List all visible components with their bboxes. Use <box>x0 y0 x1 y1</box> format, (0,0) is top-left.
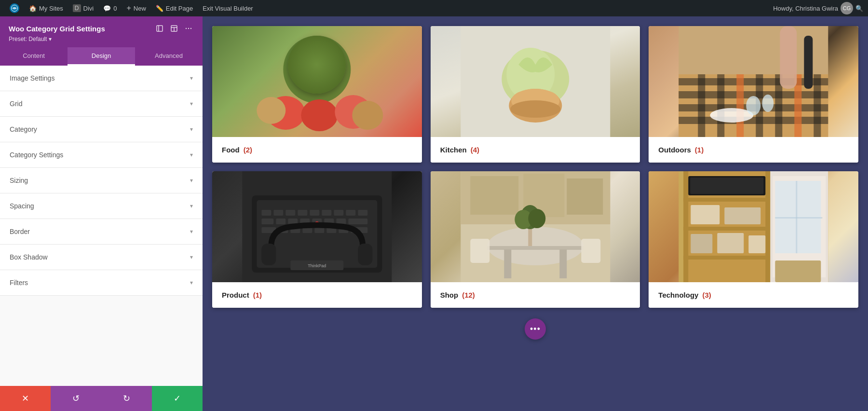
exit-builder-button[interactable]: Exit Visual Builder <box>198 0 258 16</box>
tab-content[interactable]: Content <box>0 47 68 66</box>
search-icon[interactable]: 🔍 <box>855 5 863 12</box>
card-image-shop <box>431 171 640 282</box>
card-product[interactable]: ThinkPad Product (1) <box>212 171 422 308</box>
svg-point-10 <box>290 41 343 94</box>
card-image-technology <box>649 171 858 282</box>
avatar: CG <box>841 2 853 14</box>
sidebar-icon-menu[interactable] <box>183 23 194 34</box>
svg-rect-39 <box>804 36 813 89</box>
accordion-label-category: Category <box>10 125 37 133</box>
svg-rect-100 <box>691 205 720 224</box>
svg-rect-104 <box>749 235 766 253</box>
accordion-label-border: Border <box>10 228 30 235</box>
card-count-food: (2) <box>244 146 252 154</box>
tab-design[interactable]: Design <box>68 47 135 66</box>
sidebar: Woo Category Grid Settings <box>0 16 203 411</box>
card-food[interactable]: Food (2) <box>212 26 422 163</box>
card-count-outdoors: (1) <box>695 146 704 154</box>
svg-rect-49 <box>298 210 307 216</box>
dots-icon: ••• <box>530 324 541 334</box>
accordion-header-grid[interactable]: Grid ▾ <box>0 91 203 116</box>
redo-button[interactable]: ↻ <box>101 386 152 411</box>
edit-page-button[interactable]: ✏️ Edit Page <box>151 0 198 16</box>
main-layout: Woo Category Grid Settings <box>0 16 868 411</box>
svg-rect-32 <box>718 74 725 137</box>
svg-rect-62 <box>348 219 367 224</box>
svg-point-41 <box>746 96 761 115</box>
close-button[interactable]: ✕ <box>0 386 51 411</box>
svg-rect-84 <box>559 249 567 278</box>
svg-rect-46 <box>261 210 271 216</box>
sidebar-icon-square-small[interactable] <box>154 23 165 34</box>
my-sites-button[interactable]: 🏠 My Sites <box>24 0 68 16</box>
chevron-down-icon: ▾ <box>190 228 193 235</box>
chevron-down-icon: ▾ <box>190 177 193 184</box>
chevron-down-icon: ▾ <box>190 279 193 286</box>
chevron-down-icon: ▾ <box>190 254 193 260</box>
plus-icon: + <box>126 4 131 13</box>
accordion-label-spacing: Spacing <box>10 202 34 210</box>
save-button[interactable]: ✓ <box>152 386 203 411</box>
accordion-header-border[interactable]: Border ▾ <box>0 219 203 244</box>
comment-icon: 💬 <box>103 5 111 12</box>
card-shop[interactable]: Shop (12) <box>431 171 640 308</box>
card-technology[interactable]: Technology (3) <box>649 171 858 308</box>
svg-point-9 <box>283 36 351 103</box>
chevron-down-icon: ▾ <box>190 203 193 209</box>
pencil-icon: ✏️ <box>156 5 163 12</box>
comments-button[interactable]: 💬 0 <box>98 0 122 16</box>
svg-rect-99 <box>691 178 764 194</box>
accordion-header-category[interactable]: Category ▾ <box>0 117 203 142</box>
preset-label[interactable]: Preset: Default ▾ <box>9 36 194 42</box>
svg-rect-82 <box>487 246 583 250</box>
svg-rect-80 <box>567 178 603 215</box>
accordion-header-sizing[interactable]: Sizing ▾ <box>0 168 203 193</box>
accordion-label-category-settings: Category Settings <box>10 151 63 159</box>
tab-advanced[interactable]: Advanced <box>135 47 203 66</box>
svg-rect-101 <box>725 207 761 224</box>
svg-point-11 <box>293 48 322 72</box>
wp-icon-button[interactable] <box>5 0 24 16</box>
card-name-shop: Shop <box>440 291 459 299</box>
card-label-kitchen: Kitchen (4) <box>431 137 640 163</box>
sidebar-icon-layout[interactable] <box>169 23 179 34</box>
svg-rect-103 <box>718 233 744 253</box>
accordion-grid: Grid ▾ <box>0 91 203 117</box>
accordion-header-filters[interactable]: Filters ▾ <box>0 270 203 295</box>
admin-bar: 🏠 My Sites D Divi 💬 0 + New ✏️ Edit Page… <box>0 0 868 16</box>
grid-row-1: Food (2) <box>212 26 858 163</box>
sidebar-title-bar: Woo Category Grid Settings <box>9 23 194 34</box>
new-button[interactable]: + New <box>122 0 150 16</box>
card-count-shop: (12) <box>462 291 475 299</box>
card-outdoors[interactable]: Outdoors (1) <box>649 26 858 163</box>
undo-button[interactable]: ↺ <box>51 386 101 411</box>
accordion-header-box-shadow[interactable]: Box Shadow ▾ <box>0 245 203 270</box>
wordpress-icon <box>10 3 19 13</box>
svg-rect-110 <box>775 260 821 282</box>
card-kitchen[interactable]: Kitchen (4) <box>431 26 640 163</box>
accordion-list: Image Settings ▾ Grid ▾ Category ▾ Categ… <box>0 66 203 386</box>
save-icon: ✓ <box>174 393 181 404</box>
card-name-technology: Technology <box>658 291 698 299</box>
accordion-header-category-settings[interactable]: Category Settings ▾ <box>0 142 203 167</box>
svg-rect-1 <box>157 26 163 31</box>
exit-builder-label: Exit Visual Builder <box>203 5 253 12</box>
accordion-header-spacing[interactable]: Spacing ▾ <box>0 193 203 219</box>
svg-rect-56 <box>276 219 285 224</box>
shop-illustration <box>431 171 640 282</box>
edit-page-label: Edit Page <box>166 5 193 12</box>
divi-button[interactable]: D Divi <box>68 0 98 16</box>
svg-point-42 <box>762 95 774 112</box>
svg-point-90 <box>528 209 545 228</box>
card-label-product: Product (1) <box>212 282 422 308</box>
svg-rect-38 <box>780 26 797 89</box>
svg-rect-95 <box>684 198 771 202</box>
dots-menu-button[interactable]: ••• <box>525 318 546 340</box>
card-image-product: ThinkPad <box>212 171 422 282</box>
svg-point-12 <box>313 47 340 68</box>
grid-row-2: ThinkPad Product (1) <box>212 171 858 308</box>
comments-count: 0 <box>113 5 117 12</box>
accordion-header-image-settings[interactable]: Image Settings ▾ <box>0 66 203 91</box>
accordion-label-grid: Grid <box>10 100 22 108</box>
accordion-sizing: Sizing ▾ <box>0 168 203 193</box>
